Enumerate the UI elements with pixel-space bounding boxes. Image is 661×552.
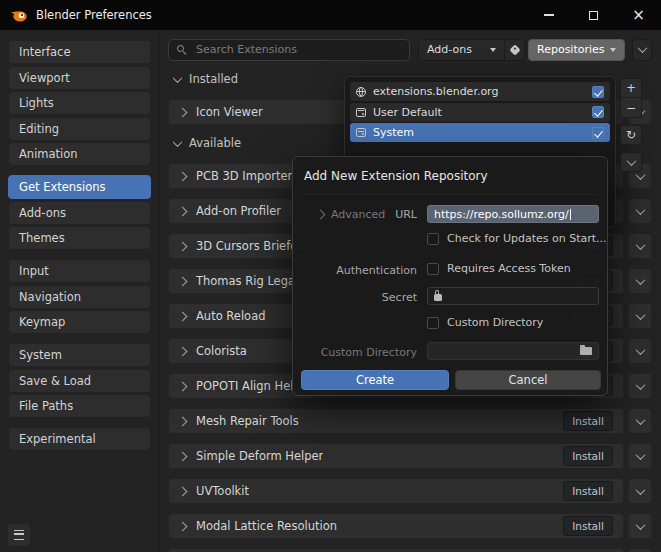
extension-panel-header[interactable]: Modal Lattice ResolutionInstall [168, 513, 624, 539]
sidebar-item-themes[interactable]: Themes [8, 226, 151, 250]
remove-repository-button[interactable]: − [620, 98, 642, 118]
repository-row[interactable]: extensions.blender.org [350, 82, 610, 101]
add-repository-dialog: Add New Extension Repository Advanced UR… [292, 156, 608, 396]
check-for-updates-button[interactable]: ↻ [620, 125, 642, 145]
requires-token-checkbox[interactable] [427, 263, 439, 275]
chevron-down-icon [626, 156, 636, 166]
extension-dropdown-button[interactable] [628, 198, 652, 224]
extension-name: PCB 3D Importer [196, 169, 292, 183]
expand-right-icon [178, 206, 188, 216]
extension-dropdown-button[interactable] [628, 513, 652, 539]
extension-dropdown-button[interactable] [628, 373, 652, 399]
sidebar-item-experimental[interactable]: Experimental [8, 427, 151, 451]
sidebar-item-get-extensions[interactable]: Get Extensions [8, 175, 151, 199]
maximize-button[interactable] [571, 0, 616, 30]
extension-dropdown-button[interactable] [628, 548, 652, 552]
extension-row: Modal Lattice ResolutionInstall [168, 513, 653, 539]
extension-panel-header[interactable] [168, 548, 624, 552]
extension-dropdown-button[interactable] [628, 443, 652, 469]
sidebar-group: Experimental [8, 427, 151, 451]
sidebar-item-system[interactable]: System [8, 343, 151, 367]
requires-token-label: Requires Access Token [447, 262, 571, 275]
repository-row[interactable]: System [350, 123, 610, 142]
extension-dropdown-button[interactable] [628, 338, 652, 364]
titlebar: Blender Preferences × [0, 0, 661, 30]
chevron-down-icon [635, 485, 645, 495]
repositories-button[interactable]: Repositories [528, 39, 625, 61]
search-input[interactable] [194, 42, 402, 57]
sidebar-item-lights[interactable]: Lights [8, 91, 151, 115]
sidebar-item-viewport[interactable]: Viewport [8, 66, 151, 90]
extension-name: Simple Deform Helper [196, 449, 323, 463]
chevron-down-icon [635, 450, 645, 460]
url-input[interactable]: https://repo.sollumz.org/ [427, 205, 599, 223]
extension-type-dropdown[interactable]: Add-ons [418, 39, 505, 61]
check-updates-row: Check for Updates on Start... [427, 232, 607, 245]
extension-settings-dropdown[interactable] [632, 39, 652, 61]
sidebar-item-animation[interactable]: Animation [8, 142, 151, 166]
install-button[interactable]: Install [563, 411, 613, 431]
url-value: https://repo.sollumz.org/ [434, 208, 569, 221]
sidebar-item-editing[interactable]: Editing [8, 117, 151, 141]
install-button[interactable]: Install [563, 481, 613, 501]
extension-panel-header[interactable]: Simple Deform HelperInstall [168, 443, 624, 469]
extension-row: Mesh Repair ToolsInstall [168, 408, 653, 434]
folder-icon [580, 347, 592, 355]
expand-right-icon [178, 486, 188, 496]
create-button[interactable]: Create [301, 370, 449, 390]
filter-by-tags-button[interactable] [505, 39, 525, 61]
repository-enabled-checkbox[interactable] [592, 106, 604, 118]
sidebar-item-file-paths[interactable]: File Paths [8, 394, 151, 418]
close-button[interactable]: × [616, 0, 661, 30]
minimize-button[interactable] [526, 0, 571, 30]
custom-directory-input[interactable] [427, 342, 599, 360]
secret-input[interactable] [427, 287, 599, 305]
custom-directory-row: Custom Directory [427, 316, 543, 329]
section-installed-label: Installed [189, 72, 238, 86]
sidebar-item-keymap[interactable]: Keymap [8, 310, 151, 334]
sidebar-item-add-ons[interactable]: Add-ons [8, 201, 151, 225]
sidebar-menu-button[interactable] [8, 524, 30, 546]
blender-logo-icon [10, 9, 27, 22]
expand-right-icon [178, 107, 188, 117]
install-button[interactable]: Install [563, 446, 613, 466]
extension-name: Mesh Repair Tools [196, 414, 299, 428]
repository-row[interactable]: User Default [350, 103, 610, 122]
sidebar-item-save-load[interactable]: Save & Load [8, 369, 151, 393]
close-icon: × [632, 8, 645, 23]
cancel-button[interactable]: Cancel [455, 370, 601, 390]
expand-right-icon [178, 276, 188, 286]
custom-directory-checkbox[interactable] [427, 317, 439, 329]
chevron-down-icon [635, 380, 645, 390]
extension-dropdown-button[interactable] [628, 268, 652, 294]
extension-name: UVToolkit [196, 484, 249, 498]
chevron-down-icon [637, 43, 647, 53]
hamburger-menu-icon [14, 530, 24, 540]
extension-name: Modal Lattice Resolution [196, 519, 337, 533]
extension-row-partial [168, 548, 653, 552]
extension-dropdown-button[interactable] [628, 478, 652, 504]
repositories-label: Repositories [537, 43, 605, 56]
add-repository-button[interactable]: + [620, 78, 642, 98]
minus-icon: − [626, 101, 636, 115]
install-button[interactable]: Install [563, 516, 613, 536]
chevron-down-icon [635, 345, 645, 355]
extension-dropdown-button[interactable] [628, 408, 652, 434]
extension-panel-header[interactable]: UVToolkitInstall [168, 478, 624, 504]
check-updates-checkbox[interactable] [427, 233, 439, 245]
plus-icon: + [626, 81, 636, 95]
repository-enabled-checkbox[interactable] [592, 86, 604, 98]
sidebar-item-interface[interactable]: Interface [8, 40, 151, 64]
extension-panel-header[interactable]: Mesh Repair ToolsInstall [168, 408, 624, 434]
custom-directory-label: Custom Directory [293, 346, 417, 359]
repository-options-dropdown[interactable] [620, 152, 642, 172]
repository-enabled-checkbox[interactable] [592, 127, 604, 139]
sidebar-item-navigation[interactable]: Navigation [8, 285, 151, 309]
window-title: Blender Preferences [36, 8, 152, 22]
sidebar-item-input[interactable]: Input [8, 259, 151, 283]
text-cursor [570, 209, 571, 220]
extension-dropdown-button[interactable] [628, 233, 652, 259]
extension-dropdown-button[interactable] [628, 303, 652, 329]
expand-right-icon [178, 311, 188, 321]
repository-name: System [373, 126, 414, 139]
